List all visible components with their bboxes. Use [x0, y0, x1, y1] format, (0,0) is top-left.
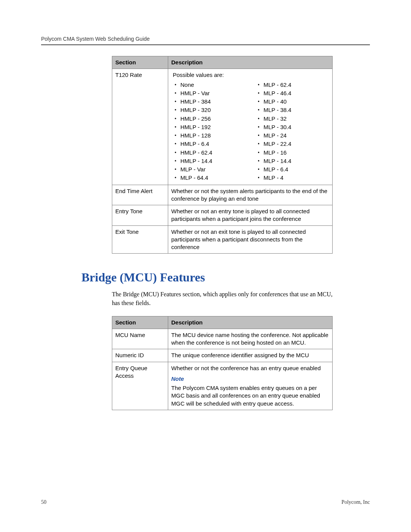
list-item-label: HMLP - 320 — [180, 106, 246, 114]
list-item: •MLP - 38.4 — [258, 106, 330, 114]
list-item: •MLP - 14.4 — [258, 157, 330, 165]
list-item-label: HMLP - 14.4 — [180, 157, 246, 165]
list-item-label: MLP - 30.4 — [264, 123, 330, 131]
bullet-icon: • — [174, 174, 177, 182]
list-item: •HMLP - 192 — [174, 123, 246, 131]
list-item-label: MLP - 4 — [264, 174, 330, 182]
bullet-icon: • — [258, 149, 260, 157]
list-item-label: HMLP - 256 — [180, 115, 246, 123]
list-item: •None — [174, 81, 246, 89]
bullet-icon: • — [174, 157, 177, 165]
list-item: •MLP - Var — [174, 165, 246, 174]
company-name: Polycom, Inc — [341, 499, 370, 505]
list-item: •MLP - 64.4 — [174, 174, 246, 182]
bullet-icon: • — [258, 115, 260, 123]
features-table-2: Section Description MCU Name The MCU dev… — [112, 316, 333, 410]
list-item-label: MLP - Var — [180, 166, 246, 173]
cell-description: Whether or not an exit tone is played to… — [168, 225, 333, 254]
table-row: Entry Queue Access Whether or not the co… — [112, 362, 333, 410]
cell-section: Numeric ID — [112, 349, 168, 362]
bullet-icon: • — [258, 89, 260, 97]
list-item: •MLP - 24 — [258, 131, 330, 140]
list-item: •MLP - 40 — [258, 97, 330, 106]
list-item: •HMLP - 320 — [174, 106, 246, 114]
table-row: T120 Rate Possible values are: •None•HML… — [112, 69, 333, 185]
list-item-label: MLP - 38.4 — [264, 106, 330, 114]
list-item-label: HMLP - Var — [180, 89, 246, 97]
cell-section: Entry Queue Access — [112, 362, 168, 410]
list-item-label: MLP - 62.4 — [264, 81, 330, 89]
table-row: Exit Tone Whether or not an exit tone is… — [112, 225, 333, 254]
bullet-icon: • — [258, 132, 260, 139]
list-item: •MLP - 16 — [258, 149, 330, 157]
list-item-label: MLP - 22.4 — [264, 140, 330, 148]
list-item: •HMLP - 128 — [174, 131, 246, 140]
cell-description: Whether or not an entry tone is played t… — [168, 205, 333, 226]
content-area: Polycom CMA System Web Scheduling Guide … — [41, 36, 370, 410]
list-item-label: MLP - 24 — [264, 132, 330, 139]
bullet-icon: • — [258, 81, 260, 89]
list-item-label: MLP - 14.4 — [264, 157, 330, 165]
cell-description: The unique conference identifier assigne… — [168, 349, 333, 362]
bullet-icon: • — [258, 157, 260, 165]
list-item: •MLP - 6.4 — [258, 165, 330, 174]
list-item: •HMLP - 384 — [174, 97, 246, 106]
bullet-icon: • — [258, 123, 260, 131]
intro-paragraph: The Bridge (MCU) Features section, which… — [112, 290, 336, 307]
bullet-icon: • — [258, 174, 260, 182]
note-body: The Polycom CMA system enables entry que… — [171, 384, 329, 407]
list-item: •MLP - 32 — [258, 115, 330, 123]
table-row: MCU Name The MCU device name hosting the… — [112, 329, 333, 349]
running-header: Polycom CMA System Web Scheduling Guide — [41, 36, 370, 42]
list-item-label: None — [180, 81, 246, 89]
list-item-label: MLP - 40 — [264, 98, 330, 105]
bullet-icon: • — [174, 115, 177, 123]
table-row: Entry Tone Whether or not an entry tone … — [112, 205, 333, 226]
bullet-icon: • — [174, 149, 177, 157]
col-header-description: Description — [168, 56, 333, 69]
values-col-right: •MLP - 62.4•MLP - 46.4•MLP - 40•MLP - 38… — [258, 81, 330, 182]
cell-description: Whether or not the system alerts partici… — [168, 185, 333, 205]
list-item-label: HMLP - 384 — [180, 98, 246, 105]
bullet-icon: • — [174, 140, 177, 148]
list-item: •MLP - 62.4 — [258, 81, 330, 89]
bullet-icon: • — [258, 140, 260, 148]
values-columns: •None•HMLP - Var•HMLP - 384•HMLP - 320•H… — [171, 81, 329, 182]
note-label: Note — [171, 375, 329, 383]
bullet-icon: • — [174, 166, 177, 173]
list-item: •MLP - 46.4 — [258, 89, 330, 97]
list-item-label: HMLP - 128 — [180, 132, 246, 139]
list-item-label: HMLP - 6.4 — [180, 140, 246, 148]
table-header-row: Section Description — [112, 316, 333, 329]
bullet-icon: • — [174, 123, 177, 131]
bullet-icon: • — [174, 98, 177, 105]
list-item-label: MLP - 6.4 — [264, 166, 330, 173]
section-heading: Bridge (MCU) Features — [81, 270, 370, 284]
list-item: •HMLP - 62.4 — [174, 149, 246, 157]
page: Polycom CMA System Web Scheduling Guide … — [0, 0, 411, 532]
table-header-row: Section Description — [112, 56, 333, 69]
cell-description: Whether or not the conference has an ent… — [168, 362, 333, 410]
list-item: •HMLP - 14.4 — [174, 157, 246, 165]
bullet-icon: • — [258, 166, 260, 173]
col-header-section: Section — [112, 56, 168, 69]
page-number: 50 — [41, 499, 46, 505]
cell-section: Exit Tone — [112, 225, 168, 254]
table-row: End Time Alert Whether or not the system… — [112, 185, 333, 205]
page-footer: 50 Polycom, Inc — [41, 499, 370, 505]
bullet-icon: • — [258, 98, 260, 105]
bullet-icon: • — [174, 89, 177, 97]
col-header-description: Description — [168, 316, 333, 329]
list-item: •HMLP - Var — [174, 89, 246, 97]
list-item-label: MLP - 64.4 — [180, 174, 246, 182]
values-intro: Possible values are: — [173, 71, 329, 79]
main-column: Section Description T120 Rate Possible v… — [112, 56, 370, 410]
entry-queue-desc: Whether or not the conference has an ent… — [171, 364, 329, 372]
cell-description: The MCU device name hosting the conferen… — [168, 329, 333, 349]
list-item-label: MLP - 46.4 — [264, 89, 330, 97]
list-item-label: MLP - 32 — [264, 115, 330, 123]
bullet-icon: • — [174, 132, 177, 139]
bullet-icon: • — [258, 106, 260, 114]
list-item: •MLP - 4 — [258, 174, 330, 182]
list-item: •HMLP - 256 — [174, 115, 246, 123]
